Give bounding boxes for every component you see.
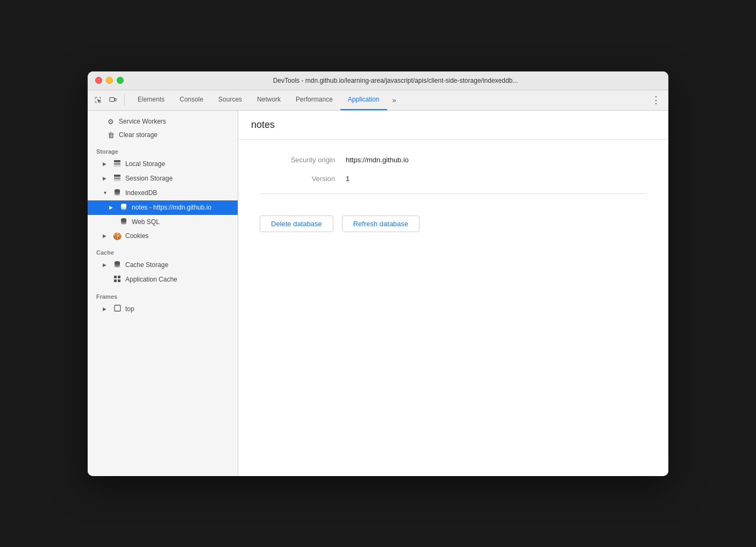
security-origin-label: Security origin bbox=[260, 156, 335, 164]
content-panel: notes Security origin https://mdn.github… bbox=[238, 111, 668, 476]
traffic-lights bbox=[95, 77, 124, 84]
tab-sources[interactable]: Sources bbox=[211, 90, 249, 110]
sidebar-item-local-storage[interactable]: ▶ Local Storage bbox=[88, 157, 238, 171]
close-button[interactable] bbox=[95, 77, 102, 84]
version-value: 1 bbox=[346, 175, 350, 183]
cookies-icon: 🍪 bbox=[112, 232, 122, 240]
sidebar-label: Service Workers bbox=[119, 118, 166, 125]
service-workers-icon: ⚙ bbox=[106, 118, 116, 126]
session-storage-icon bbox=[112, 174, 122, 183]
arrow-icon: ▼ bbox=[103, 190, 109, 196]
divider bbox=[260, 193, 647, 194]
tab-elements[interactable]: Elements bbox=[130, 90, 172, 110]
svg-rect-2 bbox=[114, 160, 120, 162]
frame-icon bbox=[112, 305, 122, 313]
minimize-button[interactable] bbox=[106, 77, 113, 84]
arrow-icon: ▶ bbox=[103, 306, 109, 312]
arrow-icon: ▶ bbox=[103, 176, 109, 181]
devtools-menu-button[interactable]: ⋮ bbox=[648, 94, 664, 106]
action-buttons: Delete database Refresh database bbox=[260, 205, 647, 243]
sidebar-label: Web SQL bbox=[132, 218, 160, 226]
sidebar-item-session-storage[interactable]: ▶ Session Storage bbox=[88, 171, 238, 186]
main-area: ⚙ Service Workers 🗑 Clear storage Storag… bbox=[88, 111, 668, 476]
refresh-database-button[interactable]: Refresh database bbox=[342, 215, 420, 232]
svg-rect-3 bbox=[114, 163, 120, 165]
content-title: notes bbox=[238, 111, 668, 140]
sidebar-item-top-frame[interactable]: ▶ top bbox=[88, 302, 238, 316]
sidebar-item-clear-storage[interactable]: 🗑 Clear storage bbox=[88, 128, 238, 142]
sidebar-label: IndexedDB bbox=[125, 189, 157, 197]
tab-overflow-button[interactable]: » bbox=[389, 94, 400, 106]
sidebar-item-cookies[interactable]: ▶ 🍪 Cookies bbox=[88, 229, 238, 243]
svg-rect-7 bbox=[114, 180, 120, 181]
arrow-icon: ▶ bbox=[103, 161, 109, 167]
svg-rect-4 bbox=[114, 165, 120, 167]
section-cache-label: Cache bbox=[88, 243, 238, 258]
version-row: Version 1 bbox=[260, 175, 647, 183]
security-origin-row: Security origin https://mdn.github.io bbox=[260, 156, 647, 164]
notes-db-icon bbox=[119, 203, 129, 212]
sidebar-item-notes-db[interactable]: ▶ notes - https://mdn.github.io bbox=[88, 200, 238, 215]
svg-rect-12 bbox=[114, 276, 117, 278]
sidebar-item-indexeddb[interactable]: ▼ IndexedDB bbox=[88, 186, 238, 200]
maximize-button[interactable] bbox=[117, 77, 124, 84]
sidebar-label: Application Cache bbox=[125, 276, 177, 283]
title-bar: DevTools - mdn.github.io/learning-area/j… bbox=[88, 71, 668, 90]
security-origin-value: https://mdn.github.io bbox=[346, 156, 409, 164]
arrow-icon: ▶ bbox=[109, 205, 116, 210]
tab-application[interactable]: Application bbox=[340, 90, 387, 110]
indexeddb-icon bbox=[112, 189, 122, 198]
content-body: Security origin https://mdn.github.io Ve… bbox=[238, 140, 668, 259]
cache-storage-icon bbox=[112, 261, 122, 270]
svg-rect-13 bbox=[118, 276, 120, 278]
arrow-icon: ▶ bbox=[103, 262, 109, 268]
svg-rect-0 bbox=[110, 98, 115, 102]
section-storage-label: Storage bbox=[88, 142, 238, 157]
clear-storage-icon: 🗑 bbox=[106, 131, 116, 139]
delete-database-button[interactable]: Delete database bbox=[260, 215, 333, 232]
arrow-icon: ▶ bbox=[103, 233, 109, 239]
sidebar-label: Session Storage bbox=[125, 175, 173, 182]
sidebar-label: Cookies bbox=[125, 232, 148, 240]
sidebar-label: Cache Storage bbox=[125, 261, 168, 269]
sidebar-item-app-cache[interactable]: Application Cache bbox=[88, 272, 238, 287]
app-cache-icon bbox=[112, 275, 122, 284]
tab-console[interactable]: Console bbox=[172, 90, 211, 110]
tab-bar: Elements Console Sources Network Perform… bbox=[88, 90, 668, 111]
local-storage-icon bbox=[112, 160, 122, 169]
sidebar-item-cache-storage[interactable]: ▶ Cache Storage bbox=[88, 258, 238, 272]
sidebar-label: Local Storage bbox=[125, 160, 165, 168]
devtools-window: DevTools - mdn.github.io/learning-area/j… bbox=[88, 71, 668, 476]
svg-rect-1 bbox=[115, 98, 117, 100]
tab-performance[interactable]: Performance bbox=[288, 90, 340, 110]
window-title: DevTools - mdn.github.io/learning-area/j… bbox=[130, 77, 661, 84]
device-icon[interactable] bbox=[107, 94, 119, 106]
tab-bar-icons bbox=[92, 94, 125, 106]
svg-rect-15 bbox=[118, 279, 120, 282]
section-frames-label: Frames bbox=[88, 287, 238, 302]
sidebar-item-web-sql[interactable]: Web SQL bbox=[88, 215, 238, 229]
sidebar-item-service-workers[interactable]: ⚙ Service Workers bbox=[88, 115, 238, 128]
sidebar-label: top bbox=[125, 305, 134, 313]
web-sql-icon bbox=[119, 218, 129, 227]
svg-rect-5 bbox=[114, 175, 120, 177]
tab-network[interactable]: Network bbox=[249, 90, 288, 110]
inspect-icon[interactable] bbox=[92, 94, 104, 106]
sidebar: ⚙ Service Workers 🗑 Clear storage Storag… bbox=[88, 111, 238, 476]
version-label: Version bbox=[260, 175, 335, 183]
svg-rect-6 bbox=[114, 177, 120, 179]
sidebar-label: Clear storage bbox=[119, 131, 158, 139]
sidebar-label: notes - https://mdn.github.io bbox=[132, 204, 211, 211]
svg-rect-16 bbox=[115, 305, 120, 311]
svg-rect-14 bbox=[114, 279, 117, 282]
